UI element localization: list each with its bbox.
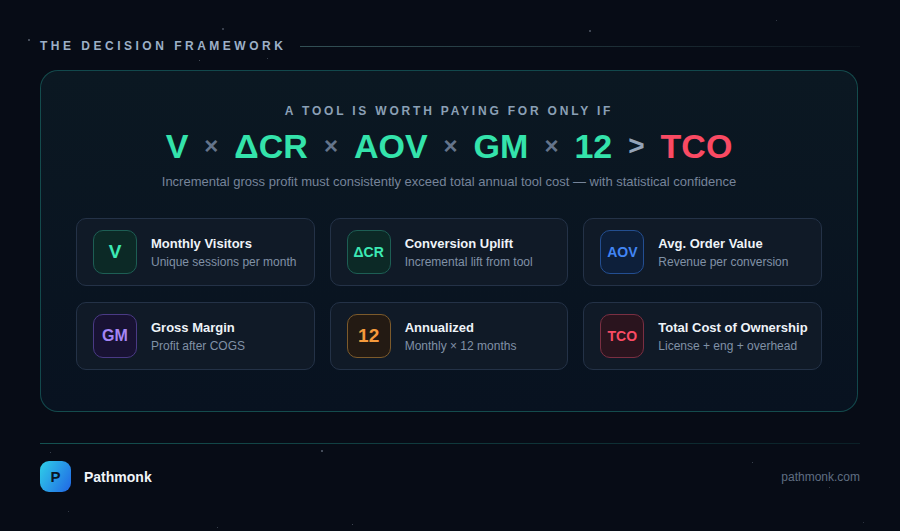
- star: [776, 20, 777, 21]
- card-subtitle: Profit after COGS: [151, 339, 245, 353]
- multiply-operator-icon: ×: [442, 134, 460, 158]
- formula-term-gross-margin: GM: [474, 129, 529, 163]
- card-title: Avg. Order Value: [658, 236, 788, 251]
- conversion-uplift-badge: ΔCR: [347, 230, 391, 274]
- header: THE DECISION FRAMEWORK: [40, 39, 860, 53]
- card-subtitle: Monthly × 12 months: [405, 339, 517, 353]
- star: [321, 450, 323, 452]
- star: [589, 30, 591, 32]
- card-subtitle: Revenue per conversion: [658, 255, 788, 269]
- star: [863, 522, 864, 523]
- card-title: Annualized: [405, 320, 517, 335]
- gross-margin-badge: GM: [93, 314, 137, 358]
- star: [267, 58, 268, 59]
- greater-than-icon: >: [626, 132, 646, 160]
- star: [28, 39, 30, 41]
- footer: P Pathmonk pathmonk.com: [40, 461, 860, 492]
- multiply-operator-icon: ×: [542, 134, 560, 158]
- card-gross-margin: GM Gross Margin Profit after COGS: [76, 302, 315, 370]
- card-title: Conversion Uplift: [405, 236, 533, 251]
- condition-label: A TOOL IS WORTH PAYING FOR ONLY IF: [41, 104, 857, 118]
- visitors-badge: V: [93, 230, 137, 274]
- infographic-canvas: THE DECISION FRAMEWORK A TOOL IS WORTH P…: [0, 0, 900, 531]
- card-subtitle: Unique sessions per month: [151, 255, 296, 269]
- formula-term-twelve: 12: [574, 129, 612, 163]
- star: [222, 28, 224, 30]
- card-avg-order-value: AOV Avg. Order Value Revenue per convers…: [583, 218, 822, 286]
- roi-formula: V × ΔCR × AOV × GM × 12 > TCO: [41, 129, 857, 163]
- card-conversion-uplift: ΔCR Conversion Uplift Incremental lift f…: [330, 218, 569, 286]
- star: [217, 527, 218, 528]
- card-title: Monthly Visitors: [151, 236, 296, 251]
- aov-badge: AOV: [600, 230, 644, 274]
- star: [50, 452, 51, 453]
- card-title: Total Cost of Ownership: [658, 320, 807, 335]
- formula-term-conversion-uplift: ΔCR: [234, 129, 308, 163]
- brand-lockup: P Pathmonk: [40, 461, 152, 492]
- annualized-badge: 12: [347, 314, 391, 358]
- variable-cards-grid: V Monthly Visitors Unique sessions per m…: [76, 218, 822, 370]
- star: [199, 60, 200, 61]
- brand-name: Pathmonk: [84, 469, 152, 485]
- card-monthly-visitors: V Monthly Visitors Unique sessions per m…: [76, 218, 315, 286]
- website-link[interactable]: pathmonk.com: [781, 470, 860, 484]
- formula-caption: Incremental gross profit must consistent…: [41, 174, 857, 189]
- formula-term-tco: TCO: [661, 129, 733, 163]
- star: [68, 511, 69, 512]
- card-total-cost-ownership: TCO Total Cost of Ownership License + en…: [583, 302, 822, 370]
- card-subtitle: Incremental lift from tool: [405, 255, 533, 269]
- page-title: THE DECISION FRAMEWORK: [40, 39, 286, 53]
- formula-term-visitors: V: [166, 129, 189, 163]
- header-divider-line: [300, 46, 860, 47]
- footer-divider-line: [40, 443, 860, 444]
- decision-framework-panel: A TOOL IS WORTH PAYING FOR ONLY IF V × Δ…: [40, 70, 858, 412]
- card-annualized: 12 Annualized Monthly × 12 months: [330, 302, 569, 370]
- tco-badge: TCO: [600, 314, 644, 358]
- card-title: Gross Margin: [151, 320, 245, 335]
- star: [352, 524, 353, 525]
- multiply-operator-icon: ×: [322, 134, 340, 158]
- card-subtitle: License + eng + overhead: [658, 339, 807, 353]
- pathmonk-logo-icon: P: [40, 461, 71, 492]
- formula-term-aov: AOV: [354, 129, 428, 163]
- multiply-operator-icon: ×: [202, 134, 220, 158]
